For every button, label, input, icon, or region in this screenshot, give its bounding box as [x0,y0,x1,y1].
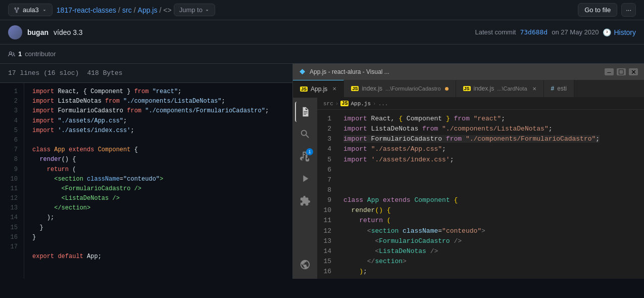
tab-index2-close[interactable]: ✕ [532,86,536,92]
breadcrumb-src[interactable]: src [122,6,132,14]
activity-search[interactable] [295,124,315,144]
branch-name: aula3 [23,6,39,14]
tab-index1-path: ...\FormularioCadastro [385,86,440,92]
breadcrumb: 1817-react-classes / src / App.js / <> J… [57,4,574,16]
commit-meta: Latest commit 73d688d on 27 May 2020 🕐 H… [475,28,636,36]
code-content: 12345 678910 1112131415 1617 import Reac… [0,83,292,279]
branch-selector[interactable]: aula3 [8,4,53,16]
jump-to-button[interactable]: Jump to [174,4,215,16]
editor-area[interactable]: src › JS App.js › ... 12345 678910 11121… [317,98,644,279]
vsc-bc-file: App.js [351,101,371,107]
chevron-down-icon [42,8,47,13]
activity-files[interactable] [295,102,315,122]
vsc-bc-src: src [323,101,333,107]
tab-appjs[interactable]: JS App.js ✕ [293,80,344,97]
contributors-section: 1 contributor [8,50,56,58]
maximize-button[interactable]: ☐ [617,68,626,75]
breadcrumb-symbol: <> [163,6,171,14]
vsc-bc-more: ... [378,101,388,107]
activity-source-control[interactable]: 1 [295,146,315,166]
js-icon3: JS [463,86,471,91]
window-controls: – ☐ ✕ [605,68,638,75]
activity-run[interactable] [295,168,315,189]
tab-index2-label: index.js [474,85,494,92]
vscode-tabs: JS App.js ✕ JS index.js ...\FormularioCa… [293,80,644,98]
js-icon: JS [300,87,308,92]
activity-bottom [295,254,315,279]
editor-code-display: import React, { Component } from "react"… [335,110,644,279]
tab-appjs-label: App.js [311,86,327,93]
editor-content: 12345 678910 1112131415 1617181920 impor… [317,110,644,279]
jump-to-label: Jump to [179,6,203,14]
vscode-title: App.js - react-alura - Visual ... [310,68,601,75]
commit-bar: bugan vídeo 3.3 Latest commit 73d688d on… [0,20,644,45]
minimize-button[interactable]: – [605,68,614,75]
jump-chevron-icon [205,8,210,13]
code-display: import React, { Component } from "react"… [24,83,277,279]
editor-line-numbers: 12345 678910 1112131415 1617181920 [317,110,335,279]
tab-index1-label: index.js [362,85,382,92]
vscode-body: 1 src › JS [293,98,644,279]
js-icon2: JS [351,86,359,91]
activity-bar: 1 [293,98,317,279]
history-icon: 🕐 [603,28,611,36]
file-info-bar: 1 contributor [0,45,644,64]
vscode-icon: ❖ [299,68,306,76]
tab-esti-label: esti [557,85,567,92]
vscode-panel: ❖ App.js - react-alura - Visual ... – ☐ … [293,64,644,279]
latest-commit-label: Latest commit [475,28,516,36]
main-layout: 17 lines (16 sloc) 418 Bytes 12345 67891… [0,64,644,279]
commit-hash[interactable]: 73d688d [520,28,548,36]
tab-index2-path: ...\CardNota [497,86,527,92]
breadcrumb-file[interactable]: App.js [138,6,158,14]
tab-modified-dot [445,87,449,91]
more-options-button[interactable]: ··· [621,3,636,17]
people-icon [8,51,15,58]
file-size: 418 Bytes [87,69,122,77]
vscode-breadcrumb: src › JS App.js › ... [317,98,644,110]
vscode-titlebar: ❖ App.js - react-alura - Visual ... – ☐ … [293,64,644,80]
avatar-image [8,25,22,39]
code-stats-bar: 17 lines (16 sloc) 418 Bytes [0,64,292,83]
vsc-bc-js-icon: JS [340,101,349,106]
history-label: History [614,28,636,36]
contributor-label: contributor [25,50,56,58]
history-button[interactable]: 🕐 History [603,28,636,36]
github-code-panel: 17 lines (16 sloc) 418 Bytes 12345 67891… [0,64,293,279]
top-right-actions: Go to file ··· [578,3,636,17]
source-control-badge: 1 [306,148,313,155]
commit-message: vídeo 3.3 [54,28,83,36]
branch-icon [14,7,20,13]
tab-index2[interactable]: JS index.js ...\CardNota ✕ [456,80,544,97]
line-numbers: 12345 678910 1112131415 1617 [0,83,24,279]
close-button[interactable]: ✕ [629,68,638,75]
line-count: 17 lines (16 sloc) [8,69,79,77]
commit-date: on 27 May 2020 [552,28,599,36]
hash-icon: # [551,85,555,92]
tab-appjs-close[interactable]: ✕ [332,86,336,92]
avatar [8,25,22,39]
tab-esti[interactable]: # esti [544,80,574,97]
commit-author[interactable]: bugan [27,28,48,36]
tab-index1[interactable]: JS index.js ...\FormularioCadastro [344,80,456,97]
contributor-count: 1 [18,50,22,58]
activity-accounts[interactable] [295,254,315,275]
top-bar: aula3 1817-react-classes / src / App.js … [0,0,644,20]
activity-extensions[interactable] [295,191,315,211]
go-to-file-button[interactable]: Go to file [578,3,617,17]
breadcrumb-repo[interactable]: 1817-react-classes [57,6,116,14]
